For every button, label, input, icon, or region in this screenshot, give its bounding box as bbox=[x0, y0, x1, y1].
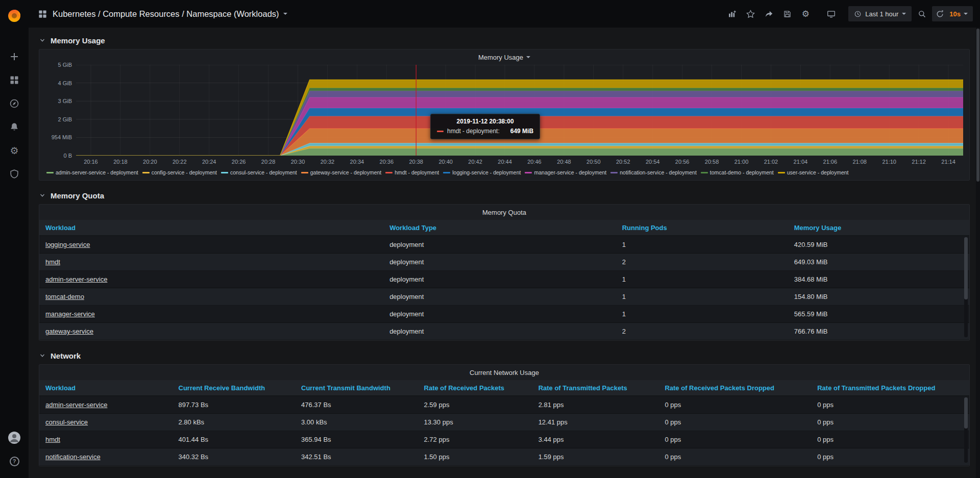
network-panel-title[interactable]: Current Network Usage bbox=[39, 365, 969, 380]
add-panel-button[interactable] bbox=[724, 6, 740, 21]
y-axis-label: 3 GiB bbox=[58, 98, 72, 104]
refresh-interval-select[interactable]: 10s bbox=[947, 6, 973, 21]
column-header[interactable]: Memory Usage bbox=[788, 224, 969, 232]
x-axis-label: 20:38 bbox=[409, 159, 423, 165]
legend-item[interactable]: tomcat-demo - deployment bbox=[701, 169, 774, 175]
column-header[interactable]: Current Transmit Bandwidth bbox=[295, 384, 418, 392]
dashboard-title[interactable]: Kubernetes / Compute Resources / Namespa… bbox=[53, 9, 287, 19]
save-button[interactable] bbox=[779, 6, 795, 21]
legend-item[interactable]: hmdt - deployment bbox=[385, 169, 439, 175]
share-button[interactable] bbox=[761, 6, 777, 21]
workload-link[interactable]: hmdt bbox=[45, 258, 60, 266]
table-cell: deployment bbox=[383, 275, 616, 283]
dashboard-grid-icon[interactable] bbox=[38, 9, 47, 19]
refresh-button[interactable] bbox=[932, 6, 947, 21]
table-cell: 2.80 kBs bbox=[173, 418, 296, 426]
table-cell: hmdt bbox=[39, 436, 173, 443]
refresh-controls: 10s bbox=[932, 6, 973, 21]
zoom-out-button[interactable] bbox=[914, 6, 930, 21]
table-cell: 2.72 pps bbox=[418, 436, 532, 443]
app-root: ⚙ ? Kubernetes / Comp bbox=[0, 0, 980, 478]
table-scrollbar[interactable] bbox=[964, 237, 968, 337]
workload-link[interactable]: manager-service bbox=[45, 310, 95, 318]
alerting-bell-button[interactable] bbox=[4, 116, 25, 138]
tooltip-series-value: 649 MiB bbox=[510, 128, 533, 135]
x-axis: 20:1620:1820:2020:2220:2420:2620:2820:30… bbox=[76, 157, 963, 168]
column-header[interactable]: Workload bbox=[39, 384, 173, 392]
workload-link[interactable]: admin-server-service bbox=[45, 401, 107, 409]
y-axis-label: 0 B bbox=[63, 153, 72, 159]
legend-item[interactable]: config-service - deployment bbox=[142, 169, 217, 175]
table-row: manager-servicedeployment1565.59 MiB bbox=[39, 306, 969, 323]
legend-swatch-icon bbox=[301, 172, 308, 173]
table-cell: deployment bbox=[383, 241, 616, 248]
column-header[interactable]: Current Receive Bandwidth bbox=[173, 384, 296, 392]
explore-compass-button[interactable] bbox=[4, 93, 25, 114]
column-header[interactable]: Running Pods bbox=[616, 224, 788, 232]
scrollbar-thumb[interactable] bbox=[964, 237, 968, 299]
table-row: consul-service2.80 kBs3.00 kBs13.30 pps1… bbox=[39, 414, 969, 431]
table-row: admin-server-servicedeployment1384.68 Mi… bbox=[39, 271, 969, 288]
column-header[interactable]: Rate of Received Packets bbox=[418, 384, 532, 392]
scrollbar-thumb[interactable] bbox=[976, 29, 979, 182]
table-cell: 13.30 pps bbox=[418, 418, 532, 426]
dashboards-button[interactable] bbox=[4, 69, 25, 91]
column-header[interactable]: Rate of Transmitted Packets bbox=[532, 384, 659, 392]
scrollbar-thumb[interactable] bbox=[964, 397, 968, 429]
section-memory-usage[interactable]: Memory Usage bbox=[39, 32, 970, 49]
memory-quota-panel-title[interactable]: Memory Quota bbox=[39, 205, 969, 220]
legend-item[interactable]: logging-service - deployment bbox=[443, 169, 521, 175]
table-cell: 2.81 pps bbox=[532, 401, 659, 409]
dashboard-settings-button[interactable]: ⚙ bbox=[797, 6, 814, 21]
cycle-view-monitor-button[interactable] bbox=[823, 6, 839, 21]
create-plus-button[interactable] bbox=[4, 46, 25, 67]
help-button[interactable]: ? bbox=[4, 450, 25, 472]
table-cell: gateway-service bbox=[39, 328, 383, 335]
x-axis-label: 20:36 bbox=[380, 159, 394, 165]
workload-link[interactable]: admin-server-service bbox=[45, 275, 107, 283]
column-header[interactable]: Rate of Received Packets Dropped bbox=[658, 384, 811, 392]
table-cell: 766.76 MiB bbox=[788, 328, 969, 335]
configuration-gear-button[interactable]: ⚙ bbox=[4, 140, 25, 161]
grafana-logo[interactable] bbox=[5, 6, 23, 24]
time-range-picker[interactable]: Last 1 hour bbox=[848, 6, 912, 21]
workload-link[interactable]: logging-service bbox=[45, 241, 90, 248]
legend-item[interactable]: gateway-service - deployment bbox=[301, 169, 381, 175]
legend-swatch-icon bbox=[610, 172, 618, 173]
column-header[interactable]: Workload Type bbox=[383, 224, 616, 232]
memory-usage-plot[interactable]: 2019-11-12 20:38:00 hmdt - deployment: 6… bbox=[76, 65, 963, 156]
legend-item[interactable]: consul-service - deployment bbox=[221, 169, 297, 175]
refresh-icon bbox=[936, 10, 944, 18]
table-cell: hmdt bbox=[39, 258, 383, 266]
workload-link[interactable]: gateway-service bbox=[45, 328, 93, 335]
legend-swatch-icon bbox=[46, 172, 54, 173]
table-cell: 0 pps bbox=[658, 418, 811, 426]
page-scrollbar[interactable] bbox=[976, 28, 980, 478]
legend-label: hmdt - deployment bbox=[395, 169, 439, 175]
workload-link[interactable]: hmdt bbox=[45, 436, 60, 443]
table-scrollbar[interactable] bbox=[964, 397, 968, 463]
x-axis-label: 20:32 bbox=[321, 159, 335, 165]
workload-link[interactable]: consul-service bbox=[45, 418, 88, 426]
x-axis-label: 20:52 bbox=[616, 159, 630, 165]
legend-item[interactable]: notification-service - deployment bbox=[610, 169, 697, 175]
legend-item[interactable]: manager-service - deployment bbox=[525, 169, 606, 175]
server-admin-shield-button[interactable] bbox=[4, 163, 25, 185]
section-network[interactable]: Network bbox=[39, 347, 970, 364]
legend-item[interactable]: admin-server-service - deployment bbox=[46, 169, 138, 175]
column-header[interactable]: Rate of Transmitted Packets Dropped bbox=[811, 384, 969, 392]
table-row: hmdtdeployment2649.03 MiB bbox=[39, 254, 969, 271]
column-header[interactable]: Workload bbox=[39, 224, 383, 232]
network-table: WorkloadCurrent Receive BandwidthCurrent… bbox=[39, 380, 969, 466]
user-avatar[interactable] bbox=[4, 427, 25, 448]
workload-link[interactable]: notification-service bbox=[45, 453, 101, 461]
legend-item[interactable]: user-service - deployment bbox=[778, 169, 849, 175]
table-cell: deployment bbox=[383, 258, 616, 266]
x-axis-label: 20:48 bbox=[557, 159, 571, 165]
section-memory-quota[interactable]: Memory Quota bbox=[39, 187, 970, 204]
table-cell: 1 bbox=[616, 275, 788, 283]
star-button[interactable] bbox=[742, 6, 758, 21]
workload-link[interactable]: tomcat-demo bbox=[45, 293, 84, 300]
tooltip-series-row: hmdt - deployment: 649 MiB bbox=[437, 128, 533, 135]
memory-usage-panel-title[interactable]: Memory Usage bbox=[39, 49, 969, 65]
